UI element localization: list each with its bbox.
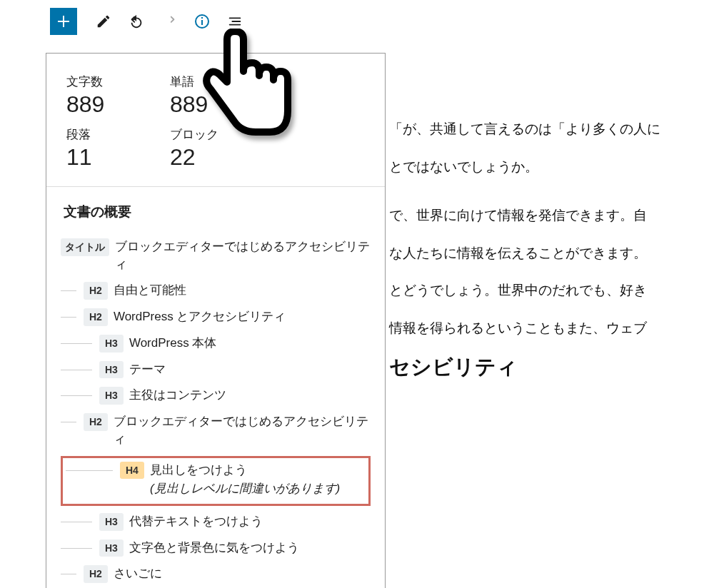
outline-text: 自由と可能性: [114, 282, 371, 300]
heading-tag: H3: [99, 513, 124, 531]
article-line: で、世界に向けて情報を発信できます。自: [389, 201, 693, 231]
pointing-hand-icon: [202, 29, 302, 153]
heading-tag: H3: [99, 539, 124, 557]
tree-line: [61, 370, 92, 370]
tree-line: [66, 470, 113, 471]
undo-button[interactable]: [123, 8, 150, 35]
pencil-icon: [96, 14, 111, 29]
outline-text: WordPress 本体: [129, 335, 371, 353]
stat-value: 11: [66, 144, 170, 171]
outline-warning-message: (見出しレベルに間違いがあります): [150, 480, 366, 498]
outline-heading: 文書の概要: [61, 203, 371, 221]
stat-value: 889: [66, 91, 170, 118]
tools-button[interactable]: [90, 8, 117, 35]
tree-line: [61, 522, 92, 522]
document-outline: 文書の概要 タイトル ブロックエディターではじめるアクセシビリティ H2 自由と…: [46, 187, 385, 588]
redo-icon: [161, 14, 177, 29]
outline-item-h2[interactable]: H2 WordPress とアクセシビリティ: [61, 304, 371, 330]
heading-tag: H2: [84, 413, 108, 431]
outline-list: タイトル ブロックエディターではじめるアクセシビリティ H2 自由と可能性 H2…: [61, 234, 371, 587]
outline-item-title[interactable]: タイトル ブロックエディターではじめるアクセシビリティ: [61, 234, 371, 278]
heading-tag: H2: [84, 282, 108, 300]
redo-button[interactable]: [156, 8, 183, 35]
editor-toolbar: [0, 0, 714, 43]
outline-text: 見出しをつけよう (見出しレベルに間違いがあります): [150, 462, 366, 498]
stat-label: 文字数: [66, 74, 170, 90]
stat-label: 段落: [66, 126, 170, 143]
add-block-button[interactable]: [50, 8, 77, 35]
article-line: 「が、共通して言えるのは「より多くの人に: [389, 114, 693, 145]
title-tag: タイトル: [61, 238, 109, 256]
tree-line: [61, 317, 76, 318]
stat-paragraphs: 段落 11: [66, 126, 170, 171]
heading-tag: H3: [99, 361, 124, 379]
article-line: な人たちに情報を伝えることができます。: [389, 238, 693, 269]
tree-line: [61, 574, 76, 574]
undo-icon: [129, 14, 144, 29]
outline-text: さいごに: [114, 565, 371, 583]
outline-warning-highlight: H4 見出しをつけよう (見出しレベルに間違いがあります): [61, 456, 371, 506]
outline-item-h4-warning[interactable]: H4 見出しをつけよう (見出しレベルに間違いがあります): [66, 462, 366, 498]
heading-tag: H2: [84, 565, 108, 583]
outline-text: 代替テキストをつけよう: [129, 513, 371, 531]
outline-heading-text: 見出しをつけよう: [150, 463, 247, 477]
list-icon: [227, 14, 243, 29]
outline-text: ブロックエディターではじめるアクセシビリティ: [115, 238, 371, 273]
heading-tag: H3: [99, 387, 124, 405]
tree-line: [61, 548, 92, 549]
tree-line: [61, 395, 92, 396]
outline-item-h2[interactable]: H2 ブロックエディターではじめるアクセシビリティ: [61, 409, 371, 452]
heading-tag: H2: [84, 308, 108, 326]
outline-text: 主役はコンテンツ: [129, 387, 371, 405]
info-icon: [193, 13, 211, 30]
outline-item-h3[interactable]: H3 WordPress 本体: [61, 330, 371, 357]
stat-characters: 文字数 889: [66, 74, 170, 118]
article-line: 情報を得られるということもまた、ウェブ: [389, 313, 693, 344]
article-section-heading: セシビリティ: [389, 353, 518, 382]
outline-item-h2[interactable]: H2 自由と可能性: [61, 278, 371, 304]
article-line: とどうでしょう。世界中のだれでも、好き: [389, 275, 693, 306]
outline-item-h3[interactable]: H3 主役はコンテンツ: [61, 382, 371, 409]
outline-text: ブロックエディターではじめるアクセシビリティ: [114, 413, 371, 448]
outline-text: 文字色と背景色に気をつけよう: [129, 539, 371, 557]
tree-line: [61, 343, 92, 344]
outline-text: WordPress とアクセシビリティ: [114, 308, 371, 326]
outline-item-h3[interactable]: H3 代替テキストをつけよう: [61, 509, 371, 535]
tree-line: [61, 290, 76, 291]
plus-icon: [55, 13, 72, 30]
outline-item-h2[interactable]: H2 さいごに: [61, 561, 371, 587]
heading-tag: H3: [99, 335, 124, 353]
article-body: 「が、共通して言えるのは「より多くの人に とではないでしょうか。 で、世界に向け…: [389, 114, 693, 350]
outline-item-h3[interactable]: H3 文字色と背景色に気をつけよう: [61, 535, 371, 562]
heading-tag-warning: H4: [120, 462, 144, 480]
article-line: とではないでしょうか。: [389, 152, 693, 183]
outline-item-h3[interactable]: H3 テーマ: [61, 357, 371, 383]
outline-text: テーマ: [129, 361, 371, 379]
tree-line: [61, 422, 76, 422]
